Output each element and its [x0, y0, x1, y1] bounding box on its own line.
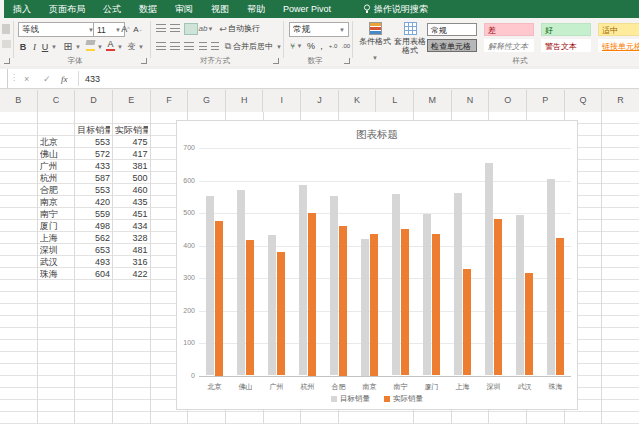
cell-actual-2[interactable]: 381 [115, 160, 148, 172]
cell-style-7[interactable]: 链接单元格 [598, 39, 639, 52]
cell-actual-0[interactable]: 475 [115, 136, 148, 148]
column-header-L[interactable]: L [376, 90, 414, 112]
column-header-O[interactable]: O [489, 90, 527, 112]
cancel-button[interactable]: × [24, 69, 29, 89]
column-header-R[interactable]: R [602, 90, 639, 112]
column-header-M[interactable]: M [414, 90, 452, 112]
cell-target-2[interactable]: 433 [77, 160, 110, 172]
phonetic-button[interactable]: 变 [126, 40, 137, 52]
font-name-combo[interactable]: 等线 ▼ [18, 22, 98, 37]
formula-input[interactable]: 433 [85, 69, 100, 89]
enter-button[interactable]: ✓ [43, 69, 51, 89]
cell-city-5[interactable]: 南京 [40, 196, 73, 208]
merge-center-button[interactable]: 合并后居中 [233, 40, 273, 52]
cell-style-4[interactable]: 检查单元格 [427, 39, 477, 52]
column-header-N[interactable]: N [452, 90, 490, 112]
cell-target-6[interactable]: 559 [77, 208, 110, 220]
conditional-formatting-button[interactable]: 条件格式 ▼ [358, 21, 392, 61]
cell-target-7[interactable]: 498 [77, 220, 110, 232]
column-header-J[interactable]: J [301, 90, 339, 112]
cell-style-0[interactable]: 常规 [427, 23, 477, 36]
cell-target-5[interactable]: 420 [77, 196, 110, 208]
cell-actual-10[interactable]: 316 [115, 256, 148, 268]
cell-style-1[interactable]: 差 [484, 23, 534, 36]
align-top-icon[interactable] [156, 24, 166, 32]
cell-style-6[interactable]: 警告文本 [541, 39, 591, 52]
cell-target-0[interactable]: 553 [77, 136, 110, 148]
cell-actual-8[interactable]: 328 [115, 232, 148, 244]
cell-actual-4[interactable]: 460 [115, 184, 148, 196]
grow-font-button[interactable]: A^ [120, 22, 131, 35]
underline-menu-chevron-icon[interactable]: ▼ [51, 44, 57, 50]
cell-actual-11[interactable]: 422 [115, 268, 148, 280]
borders-button[interactable]: ⊞ [62, 39, 74, 53]
number-format-combo[interactable]: 常规 ▼ [289, 22, 349, 37]
column-header-G[interactable]: G [188, 90, 226, 112]
name-box-remnant[interactable] [0, 69, 8, 88]
align-bottom-icon[interactable] [184, 23, 198, 35]
orientation-button[interactable]: ab▼ [199, 22, 213, 35]
cell-actual-6[interactable]: 451 [115, 208, 148, 220]
ribbon-tab-3[interactable]: 数据 [130, 0, 166, 18]
table-header-actual[interactable]: 实际销量 [115, 124, 148, 136]
cell-city-4[interactable]: 合肥 [40, 184, 73, 196]
cell-target-8[interactable]: 562 [77, 232, 110, 244]
cell-city-11[interactable]: 珠海 [40, 268, 73, 280]
chart[interactable]: 图表标题 目标销量实际销量 0100200300400500600700北京佛山… [176, 120, 578, 410]
underline-button[interactable]: U [40, 40, 50, 53]
cell-city-7[interactable]: 厦门 [40, 220, 73, 232]
cell-actual-1[interactable]: 417 [115, 148, 148, 160]
percent-style-button[interactable]: % [306, 40, 316, 52]
column-header-K[interactable]: K [339, 90, 377, 112]
italic-button[interactable]: I [30, 40, 39, 53]
cell-actual-7[interactable]: 434 [115, 220, 148, 232]
clipboard-dialog-launcher[interactable] [4, 58, 10, 64]
drag-handle-icon[interactable]: ⋮ [10, 73, 18, 82]
ribbon-tab-5[interactable]: 视图 [202, 0, 238, 18]
wrap-text-button[interactable]: 自动换行 [228, 22, 260, 35]
phonetic-chevron-icon[interactable]: ▼ [138, 44, 144, 50]
alignment-dialog-launcher[interactable] [273, 58, 279, 64]
format-as-table-button[interactable]: 套用表格格式 [393, 21, 427, 61]
cell-target-9[interactable]: 653 [77, 244, 110, 256]
cell-city-1[interactable]: 佛山 [40, 148, 73, 160]
column-header-F[interactable]: F [151, 90, 189, 112]
column-header-B[interactable]: B [0, 90, 38, 112]
cell-target-3[interactable]: 587 [77, 172, 110, 184]
cell-city-6[interactable]: 南宁 [40, 208, 73, 220]
align-center-icon[interactable] [170, 42, 180, 50]
column-header-I[interactable]: I [263, 90, 301, 112]
tell-me-search[interactable]: 操作说明搜索 [354, 0, 437, 18]
cell-city-9[interactable]: 深圳 [40, 244, 73, 256]
ribbon-tab-6[interactable]: 帮助 [238, 0, 274, 18]
align-middle-icon[interactable] [170, 24, 180, 32]
cell-city-10[interactable]: 武汉 [40, 256, 73, 268]
cell-actual-9[interactable]: 481 [115, 244, 148, 256]
cell-city-2[interactable]: 广州 [40, 160, 73, 172]
borders-chevron-icon[interactable]: ▼ [75, 44, 81, 50]
column-header-H[interactable]: H [226, 90, 264, 112]
cell-style-2[interactable]: 好 [541, 23, 591, 36]
ribbon-tab-2[interactable]: 公式 [94, 0, 130, 18]
font-color-button[interactable]: A [106, 39, 115, 51]
currency-format-button[interactable]: ￥▼ [290, 40, 301, 52]
ribbon-tab-7[interactable]: Power Pivot [274, 0, 340, 18]
cell-city-0[interactable]: 北京 [40, 136, 73, 148]
fill-color-button[interactable] [86, 40, 95, 51]
bold-button[interactable]: B [18, 40, 28, 53]
cell-target-10[interactable]: 493 [77, 256, 110, 268]
decrease-decimal-button[interactable]: .00 [340, 40, 352, 52]
cell-actual-5[interactable]: 435 [115, 196, 148, 208]
cell-style-3[interactable]: 适中 [598, 23, 639, 36]
cell-target-11[interactable]: 604 [77, 268, 110, 280]
font-dialog-launcher[interactable] [141, 58, 147, 64]
column-header-P[interactable]: P [527, 90, 565, 112]
ribbon-tab-1[interactable]: 页面布局 [40, 0, 94, 18]
merge-center-chevron-icon[interactable]: ▼ [276, 44, 282, 50]
ribbon-tab-0[interactable]: 插入 [4, 0, 40, 18]
insert-function-button[interactable]: fx [61, 69, 68, 89]
increase-decimal-button[interactable]: +.0 [327, 40, 339, 52]
table-header-target[interactable]: 目标销量 [77, 124, 110, 136]
shrink-font-button[interactable]: A⌄ [133, 23, 143, 35]
column-header-C[interactable]: C [38, 90, 76, 112]
